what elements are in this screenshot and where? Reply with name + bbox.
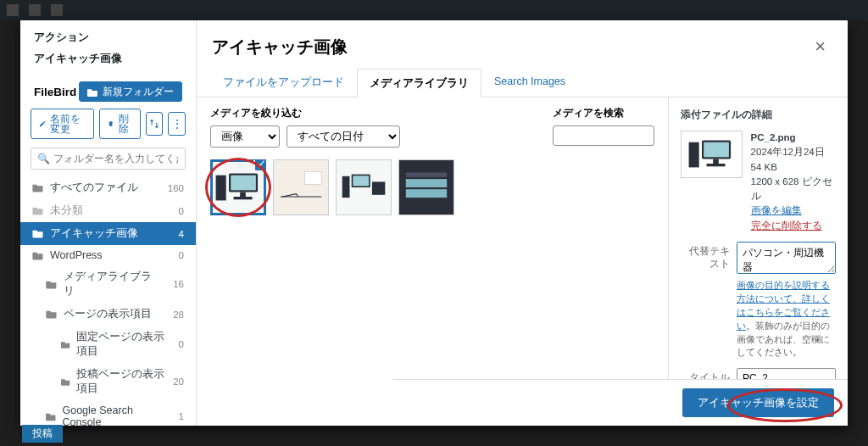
detail-dimensions: 1200 x 628 ピクセル: [751, 175, 836, 204]
svg-rect-2: [231, 176, 256, 191]
folder-item[interactable]: 投稿ページの表示項目20: [20, 363, 196, 400]
desk-image-icon: [276, 169, 326, 206]
svg-rect-16: [704, 142, 729, 158]
svg-rect-10: [372, 181, 385, 194]
svg-rect-4: [234, 197, 253, 199]
topbar-icon[interactable]: [29, 4, 41, 16]
folder-item[interactable]: アイキャッチ画像4: [20, 222, 196, 245]
folder-icon: [32, 183, 44, 192]
folder-count: 0: [164, 339, 184, 349]
tab-library[interactable]: メディアライブラリ: [357, 69, 481, 98]
new-folder-button[interactable]: 新規フォルダー: [79, 81, 182, 102]
folder-icon: [32, 229, 44, 238]
thumbnail-grid: ✓: [210, 159, 654, 215]
folder-label: アイキャッチ画像: [50, 226, 138, 241]
folder-label: 固定ページの表示項目: [76, 330, 164, 359]
svg-rect-14: [689, 142, 699, 168]
folder-count: 160: [160, 183, 184, 193]
detail-meta: PC_2.png 2024年12月24日 54 KB 1200 x 628 ピク…: [751, 131, 836, 233]
close-button[interactable]: ×: [808, 32, 832, 61]
filebird-title: FileBird: [34, 86, 76, 98]
edit-image-link[interactable]: 画像を編集: [751, 205, 802, 215]
kebab-icon: ⋮: [171, 117, 182, 131]
folder-item[interactable]: ページの表示項目28: [20, 303, 196, 326]
browser-window-icon: [402, 169, 451, 206]
media-thumb-1[interactable]: ✓: [210, 159, 266, 215]
media-date-select[interactable]: すべての日付: [287, 125, 400, 148]
left-pane: アクション アイキャッチ画像 FileBird 新規フォルダー 名前を変更 削除…: [20, 20, 197, 426]
admin-topbar: [0, 0, 868, 20]
search-icon: 🔍: [37, 153, 50, 164]
folder-count: 28: [160, 309, 184, 320]
folder-icon: [46, 280, 58, 289]
alt-help-text: 画像の目的を説明する方法について、詳しくはこちらをご覧ください。装飾のみが目的の…: [737, 279, 836, 360]
folder-count: 0: [160, 206, 184, 216]
folder-item[interactable]: 未分類0: [20, 199, 196, 222]
pc-image-icon: [214, 169, 263, 206]
folder-label: 未分類: [50, 203, 83, 218]
folder-label: すべてのファイル: [50, 181, 138, 195]
folder-label: 投稿ページの表示項目: [76, 367, 164, 396]
bottom-edit-tag: 投稿: [22, 425, 63, 443]
pc-printer-icon: [339, 169, 388, 206]
alt-text-label: 代替テキスト: [681, 242, 730, 270]
svg-rect-18: [707, 164, 726, 166]
detail-date: 2024年12月24日: [751, 145, 836, 159]
delete-permanently-link[interactable]: 完全に削除する: [751, 220, 822, 231]
delete-button[interactable]: 削除: [99, 109, 141, 139]
media-type-select[interactable]: 画像: [210, 125, 280, 148]
folder-icon: [61, 377, 70, 387]
attachment-details: 添付ファイルの詳細 PC_2.png 2024年12月24日 54 KB 120…: [668, 98, 848, 426]
folder-list: すべてのファイル160未分類0アイキャッチ画像4WordPress0メディアライ…: [20, 176, 196, 426]
tab-upload[interactable]: ファイルをアップロード: [210, 68, 357, 97]
set-featured-image-button[interactable]: アイキャッチ画像を設定: [682, 388, 834, 417]
rename-button[interactable]: 名前を変更: [31, 109, 94, 139]
modal-footer: アイキャッチ画像を設定: [393, 379, 848, 426]
folder-item[interactable]: 固定ページの表示項目0: [20, 326, 196, 363]
filter-heading: メディアを絞り込む: [210, 106, 400, 120]
media-thumb-4[interactable]: [398, 159, 454, 215]
tab-search-images[interactable]: Search Images: [481, 68, 578, 97]
media-thumb-3[interactable]: [336, 159, 392, 215]
svg-rect-9: [353, 176, 369, 186]
media-modal: アクション アイキャッチ画像 FileBird 新規フォルダー 名前を変更 削除…: [20, 20, 848, 426]
wp-logo-icon[interactable]: [7, 4, 19, 16]
tabs: ファイルをアップロード メディアライブラリ Search Images: [197, 61, 848, 98]
detail-thumbnail: [681, 131, 743, 178]
media-thumb-2[interactable]: [273, 159, 329, 215]
folder-label: WordPress: [50, 249, 103, 261]
topbar-icon[interactable]: [51, 4, 63, 16]
folder-count: 4: [160, 229, 184, 239]
svg-rect-0: [216, 176, 226, 201]
folder-icon: [32, 251, 44, 260]
detail-size: 54 KB: [751, 160, 836, 175]
folder-item[interactable]: WordPress0: [20, 245, 196, 265]
folder-item[interactable]: メディアライブラリ16: [20, 265, 196, 303]
featured-image-heading: アイキャッチ画像: [20, 52, 196, 76]
more-button[interactable]: ⋮: [168, 112, 186, 136]
svg-rect-5: [304, 171, 321, 184]
folder-icon: [32, 206, 44, 215]
folder-count: 1: [163, 411, 184, 421]
media-search-input[interactable]: [553, 125, 654, 146]
pencil-icon: [39, 119, 46, 129]
action-heading: アクション: [20, 20, 196, 52]
svg-rect-3: [240, 192, 246, 198]
folder-count: 0: [160, 250, 184, 260]
folder-icon: [61, 340, 70, 349]
trash-icon: [108, 119, 114, 129]
check-icon: ✓: [253, 159, 266, 172]
svg-rect-7: [342, 176, 350, 198]
folder-item[interactable]: すべてのファイル160: [20, 176, 196, 199]
folder-label: ページの表示項目: [64, 307, 152, 321]
folder-item[interactable]: Google Search Console1: [20, 400, 196, 426]
folder-search-input[interactable]: [31, 148, 186, 170]
pc-image-icon: [687, 136, 736, 173]
svg-rect-17: [713, 159, 719, 164]
details-heading: 添付ファイルの詳細: [681, 108, 836, 122]
folder-count: 16: [161, 279, 185, 289]
search-heading: メディアを検索: [553, 106, 654, 120]
sort-button[interactable]: [146, 112, 164, 136]
folder-search: 🔍: [31, 148, 186, 170]
alt-text-input[interactable]: パソコン・周辺機器: [737, 242, 836, 274]
